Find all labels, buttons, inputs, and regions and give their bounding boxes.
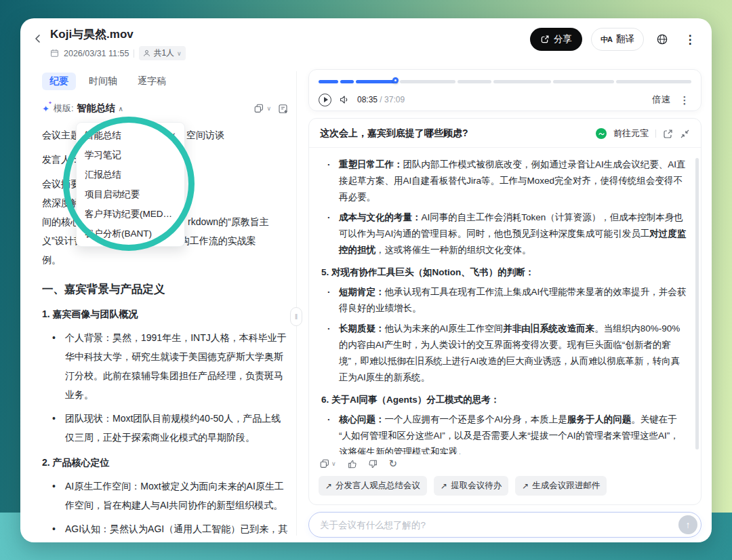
scrollbar-thumb[interactable] — [695, 158, 699, 449]
dropdown-item[interactable]: 客户分析(BANT) — [77, 224, 184, 243]
participants-badge[interactable]: 共1人 ∨ — [139, 46, 185, 60]
arrow-up-right-icon: ↗ — [441, 481, 447, 491]
bullet-item: ·短期肯定：他承认现有工具在现有工作流上集成AI代理能带来显著的效率提升，并会获… — [321, 284, 687, 317]
progress-segment[interactable] — [493, 80, 551, 83]
chevron-down-icon: ∨ — [177, 50, 182, 57]
page-title: Koji与昊然.mov — [50, 26, 186, 42]
share-label: 分享 — [554, 33, 572, 45]
progress-segment[interactable] — [340, 80, 354, 83]
regenerate-button[interactable]: ↻ — [389, 458, 398, 470]
text-block: 1. 嘉宾画像与团队概况 — [42, 304, 288, 323]
pane-resize-handle[interactable]: ‖ — [290, 307, 302, 326]
volume-icon — [339, 94, 350, 105]
progress-segment[interactable] — [458, 80, 491, 83]
progress-segment[interactable] — [616, 80, 691, 83]
participants-count: 共1人 — [153, 47, 174, 59]
send-icon: ↑ — [686, 519, 691, 530]
meeting-meta: 2026/03/31 11:55 共1人 ∨ — [50, 46, 186, 60]
copy-icon — [320, 459, 329, 468]
dropdown-item[interactable]: 客户拜访纪要(MEDDI… — [77, 204, 184, 224]
play-icon — [324, 97, 328, 102]
more-vertical-icon: ⋮ — [685, 34, 696, 45]
copy-notes-button[interactable]: ∨ — [254, 104, 271, 113]
app-window: Koji与昊然.mov 2026/03/31 11:55 共1人 ∨ 分享 — [20, 18, 712, 542]
suggestion-chip[interactable]: ↗提取会议待办 — [434, 476, 508, 496]
bullet-item: •AI原生工作空间：Moxt被定义为面向未来的AI原生工作空间，旨在构建人与AI… — [42, 477, 288, 515]
send-button[interactable]: ↑ — [678, 515, 697, 534]
ask-input-bar: ↑ — [308, 512, 702, 538]
bullet-dot: · — [327, 412, 331, 428]
media-player: 08:35 / 37:09 倍速 ⋮ — [308, 69, 702, 111]
bullet-dot: • — [52, 519, 56, 538]
template-selector[interactable]: 智能总结 — [77, 102, 115, 115]
bullet-item: ·长期质疑：他认为未来的AI原生工作空间并非由旧系统改造而来。当组织内80%-9… — [321, 321, 687, 386]
divider — [655, 129, 656, 138]
open-in-new-button[interactable] — [663, 129, 673, 139]
language-globe-button[interactable] — [653, 30, 672, 49]
copy-answer-button[interactable]: ∨ — [320, 459, 336, 468]
check-icon: ✓ — [169, 131, 176, 140]
yuanbao-icon — [596, 128, 607, 139]
suggestion-chip[interactable]: ↗生成会议跟进邮件 — [515, 476, 607, 496]
template-label: 模版: — [54, 102, 74, 115]
tab-时间轴[interactable]: 时间轴 — [81, 73, 125, 90]
thumbs-down-button[interactable] — [368, 459, 378, 469]
assistant-pane: 08:35 / 37:09 倍速 ⋮ 这次会上，嘉宾到底提了哪些顾虑? 前往 — [308, 69, 702, 538]
dropdown-item[interactable]: 汇报总结 — [77, 165, 184, 184]
volume-button[interactable] — [339, 94, 350, 105]
refresh-icon: ↻ — [389, 458, 398, 470]
calendar-icon — [50, 49, 59, 58]
thumbs-up-button[interactable] — [347, 459, 357, 469]
text-block: 例。 — [42, 250, 288, 269]
player-controls: 08:35 / 37:09 倍速 ⋮ — [319, 90, 691, 109]
collapse-panel-button[interactable] — [680, 129, 690, 139]
dropdown-item[interactable]: 智能总结✓ — [77, 125, 184, 145]
bullet-dot: · — [327, 284, 331, 300]
text-block: 5. 对现有协作工具巨头（如Notion、飞书）的判断： — [321, 264, 687, 281]
tab-纪要[interactable]: 纪要 — [42, 73, 76, 90]
goto-yuanbao-link[interactable]: 前往元宝 — [613, 127, 649, 140]
thumbs-down-icon — [368, 459, 378, 469]
progress-bar[interactable] — [319, 80, 691, 83]
template-row: ✦ 模版: 智能总结 ∧ ∨ — [42, 100, 288, 117]
dropdown-item[interactable]: 学习笔记 — [77, 145, 184, 165]
back-button[interactable] — [28, 29, 47, 48]
desktop-background: Koji与昊然.mov 2026/03/31 11:55 共1人 ∨ 分享 — [0, 0, 732, 560]
dropdown-item[interactable]: 项目启动纪要 — [77, 184, 184, 204]
progress-segment[interactable] — [553, 80, 614, 83]
progress-handle[interactable] — [392, 77, 399, 83]
save-as-doc-button[interactable] — [278, 104, 288, 114]
more-menu-button[interactable]: ⋮ — [680, 30, 699, 49]
bullet-dot: · — [327, 157, 331, 173]
progress-segment[interactable] — [356, 80, 398, 83]
divider — [134, 49, 134, 58]
bullet-item: •团队现状：Moxt团队目前规模约40-50人，产品上线仅三周，正处于探索商业化… — [42, 409, 288, 447]
ask-input[interactable] — [320, 520, 678, 530]
current-time: 08:35 — [357, 95, 378, 104]
more-vertical-icon: ⋮ — [680, 95, 690, 105]
progress-segment[interactable] — [400, 80, 455, 83]
bullet-item: ·重塑日常工作：团队内部工作模式被彻底改变，例如通过录音让AI生成会议纪要、AI… — [321, 157, 687, 205]
caret-up-icon: ∧ — [119, 105, 123, 113]
speed-button[interactable]: 倍速 — [652, 94, 670, 106]
ai-answer: ·重塑日常工作：团队内部工作模式被彻底改变，例如通过录音让AI生成会议纪要、AI… — [309, 148, 701, 454]
suggestion-chip[interactable]: ↗分发言人观点总结会议 — [319, 476, 427, 496]
share-button[interactable]: 分享 — [530, 28, 582, 51]
text-block: 6. 关于AI同事（Agents）分工模式的思考： — [321, 392, 687, 408]
text-block: 2. 产品核心定位 — [42, 453, 288, 472]
notes-tabs: 纪要时间轴逐字稿 — [42, 73, 288, 90]
bullet-dot: · — [327, 209, 331, 226]
player-more-button[interactable]: ⋮ — [678, 90, 691, 109]
progress-segment[interactable] — [319, 80, 338, 83]
sparkle-icon: ✦ — [42, 104, 49, 114]
answer-actions: ∨ ↻ — [309, 454, 701, 475]
play-button[interactable] — [319, 94, 331, 106]
translate-button[interactable]: 中A 翻译 — [591, 28, 644, 51]
header-actions: 分享 中A 翻译 ⋮ — [530, 28, 699, 51]
bullet-dot: · — [327, 321, 331, 337]
person-icon — [143, 49, 150, 57]
tab-逐字稿[interactable]: 逐字稿 — [130, 73, 174, 90]
open-in-new-icon — [663, 129, 673, 139]
template-dropdown: 智能总结✓学习笔记汇报总结项目启动纪要客户拜访纪要(MEDDI…客户分析(BAN… — [76, 122, 185, 247]
chat-header: 这次会上，嘉宾到底提了哪些顾虑? 前往元宝 — [309, 119, 701, 148]
